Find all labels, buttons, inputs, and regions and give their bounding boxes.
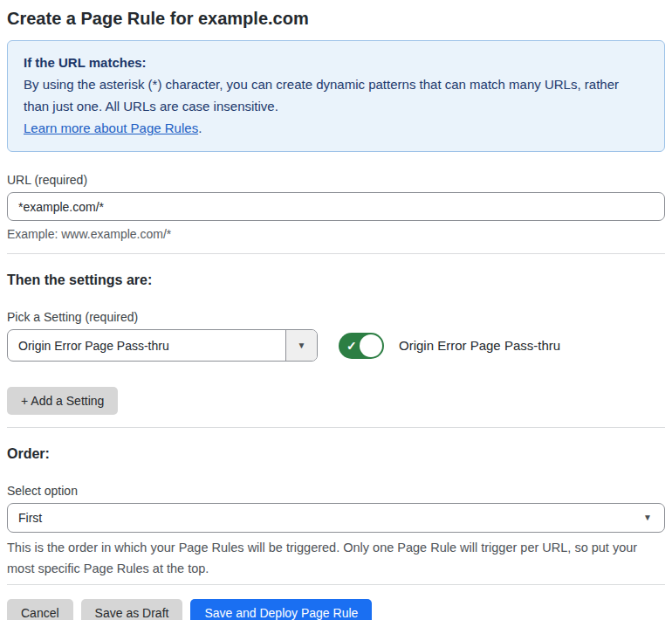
check-icon: ✓ xyxy=(346,340,357,352)
setting-toggle[interactable]: ✓ xyxy=(339,333,384,359)
divider xyxy=(7,253,665,254)
order-select[interactable]: First ▼ xyxy=(7,503,665,533)
order-section-heading: Order: xyxy=(7,444,665,463)
pick-setting-label: Pick a Setting (required) xyxy=(7,309,665,325)
url-example-hint: Example: www.example.com/* xyxy=(7,226,665,242)
url-input[interactable] xyxy=(7,192,665,221)
save-as-draft-button[interactable]: Save as Draft xyxy=(81,599,183,620)
chevron-down-icon: ▼ xyxy=(643,513,652,522)
setting-picker-arrow-button[interactable]: ▼ xyxy=(285,330,317,361)
setting-picker-dropdown[interactable]: Origin Error Page Pass-thru ▼ xyxy=(7,329,318,362)
cancel-button[interactable]: Cancel xyxy=(7,599,73,620)
order-select-value: First xyxy=(18,511,42,525)
settings-section-heading: Then the settings are: xyxy=(7,271,665,289)
info-box-heading: If the URL matches: xyxy=(24,52,648,73)
toggle-knob xyxy=(360,334,382,357)
add-setting-button[interactable]: + Add a Setting xyxy=(7,387,118,415)
url-match-info-box: If the URL matches: By using the asteris… xyxy=(7,40,665,152)
link-suffix: . xyxy=(198,121,202,135)
setting-row: Origin Error Page Pass-thru ▼ ✓ Origin E… xyxy=(7,329,665,362)
chevron-down-icon: ▼ xyxy=(298,341,306,350)
page-title: Create a Page Rule for example.com xyxy=(7,7,665,30)
info-box-body: By using the asterisk (*) character, you… xyxy=(24,73,634,117)
divider xyxy=(7,427,665,428)
order-hint-text: This is the order in which your Page Rul… xyxy=(7,537,653,579)
setting-toggle-label: Origin Error Page Pass-thru xyxy=(399,338,560,353)
learn-more-link[interactable]: Learn more about Page Rules xyxy=(24,121,198,135)
footer-actions: Cancel Save as Draft Save and Deploy Pag… xyxy=(7,599,665,620)
info-link-line: Learn more about Page Rules. xyxy=(24,117,648,139)
divider xyxy=(7,584,665,585)
save-and-deploy-button[interactable]: Save and Deploy Page Rule xyxy=(190,599,372,620)
setting-picker-value: Origin Error Page Pass-thru xyxy=(8,330,285,361)
url-field-label: URL (required) xyxy=(7,172,665,188)
order-select-label: Select option xyxy=(7,483,665,499)
